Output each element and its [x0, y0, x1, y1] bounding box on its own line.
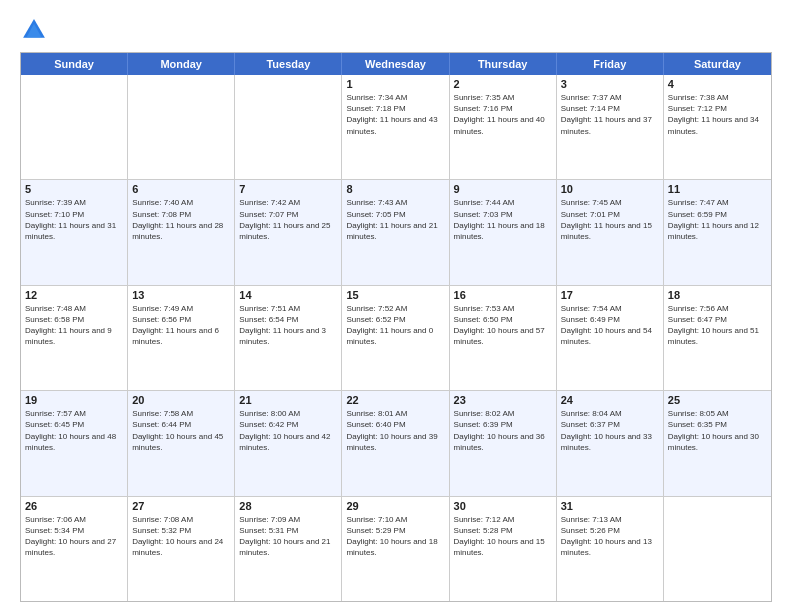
cell-info: Sunrise: 8:02 AM Sunset: 6:39 PM Dayligh… — [454, 408, 552, 453]
cell-info: Sunrise: 7:56 AM Sunset: 6:47 PM Dayligh… — [668, 303, 767, 348]
day-cell-29: 29Sunrise: 7:10 AM Sunset: 5:29 PM Dayli… — [342, 497, 449, 601]
day-cell-2: 2Sunrise: 7:35 AM Sunset: 7:16 PM Daylig… — [450, 75, 557, 179]
day-cell-3: 3Sunrise: 7:37 AM Sunset: 7:14 PM Daylig… — [557, 75, 664, 179]
cell-info: Sunrise: 7:13 AM Sunset: 5:26 PM Dayligh… — [561, 514, 659, 559]
cell-info: Sunrise: 7:57 AM Sunset: 6:45 PM Dayligh… — [25, 408, 123, 453]
logo-icon — [20, 16, 48, 44]
cell-info: Sunrise: 8:04 AM Sunset: 6:37 PM Dayligh… — [561, 408, 659, 453]
day-number: 1 — [346, 78, 444, 90]
day-number: 19 — [25, 394, 123, 406]
day-cell-12: 12Sunrise: 7:48 AM Sunset: 6:58 PM Dayli… — [21, 286, 128, 390]
cell-info: Sunrise: 7:37 AM Sunset: 7:14 PM Dayligh… — [561, 92, 659, 137]
day-number: 15 — [346, 289, 444, 301]
cell-info: Sunrise: 7:48 AM Sunset: 6:58 PM Dayligh… — [25, 303, 123, 348]
day-cell-22: 22Sunrise: 8:01 AM Sunset: 6:40 PM Dayli… — [342, 391, 449, 495]
empty-cell — [21, 75, 128, 179]
cell-info: Sunrise: 7:43 AM Sunset: 7:05 PM Dayligh… — [346, 197, 444, 242]
day-cell-21: 21Sunrise: 8:00 AM Sunset: 6:42 PM Dayli… — [235, 391, 342, 495]
day-cell-25: 25Sunrise: 8:05 AM Sunset: 6:35 PM Dayli… — [664, 391, 771, 495]
day-cell-15: 15Sunrise: 7:52 AM Sunset: 6:52 PM Dayli… — [342, 286, 449, 390]
day-cell-6: 6Sunrise: 7:40 AM Sunset: 7:08 PM Daylig… — [128, 180, 235, 284]
cell-info: Sunrise: 7:47 AM Sunset: 6:59 PM Dayligh… — [668, 197, 767, 242]
cell-info: Sunrise: 8:00 AM Sunset: 6:42 PM Dayligh… — [239, 408, 337, 453]
cell-info: Sunrise: 7:45 AM Sunset: 7:01 PM Dayligh… — [561, 197, 659, 242]
day-number: 22 — [346, 394, 444, 406]
day-number: 28 — [239, 500, 337, 512]
day-cell-10: 10Sunrise: 7:45 AM Sunset: 7:01 PM Dayli… — [557, 180, 664, 284]
day-number: 7 — [239, 183, 337, 195]
cell-info: Sunrise: 8:01 AM Sunset: 6:40 PM Dayligh… — [346, 408, 444, 453]
cell-info: Sunrise: 7:39 AM Sunset: 7:10 PM Dayligh… — [25, 197, 123, 242]
day-cell-31: 31Sunrise: 7:13 AM Sunset: 5:26 PM Dayli… — [557, 497, 664, 601]
day-cell-18: 18Sunrise: 7:56 AM Sunset: 6:47 PM Dayli… — [664, 286, 771, 390]
cell-info: Sunrise: 7:40 AM Sunset: 7:08 PM Dayligh… — [132, 197, 230, 242]
day-cell-26: 26Sunrise: 7:06 AM Sunset: 5:34 PM Dayli… — [21, 497, 128, 601]
day-number: 13 — [132, 289, 230, 301]
header-day-tuesday: Tuesday — [235, 53, 342, 75]
day-number: 5 — [25, 183, 123, 195]
cell-info: Sunrise: 7:51 AM Sunset: 6:54 PM Dayligh… — [239, 303, 337, 348]
cell-info: Sunrise: 8:05 AM Sunset: 6:35 PM Dayligh… — [668, 408, 767, 453]
header-day-friday: Friday — [557, 53, 664, 75]
cell-info: Sunrise: 7:10 AM Sunset: 5:29 PM Dayligh… — [346, 514, 444, 559]
cell-info: Sunrise: 7:52 AM Sunset: 6:52 PM Dayligh… — [346, 303, 444, 348]
day-cell-13: 13Sunrise: 7:49 AM Sunset: 6:56 PM Dayli… — [128, 286, 235, 390]
logo — [20, 16, 52, 44]
empty-cell — [664, 497, 771, 601]
day-cell-1: 1Sunrise: 7:34 AM Sunset: 7:18 PM Daylig… — [342, 75, 449, 179]
day-cell-27: 27Sunrise: 7:08 AM Sunset: 5:32 PM Dayli… — [128, 497, 235, 601]
empty-cell — [128, 75, 235, 179]
empty-cell — [235, 75, 342, 179]
day-cell-5: 5Sunrise: 7:39 AM Sunset: 7:10 PM Daylig… — [21, 180, 128, 284]
day-number: 12 — [25, 289, 123, 301]
day-cell-24: 24Sunrise: 8:04 AM Sunset: 6:37 PM Dayli… — [557, 391, 664, 495]
header-day-thursday: Thursday — [450, 53, 557, 75]
calendar: SundayMondayTuesdayWednesdayThursdayFrid… — [20, 52, 772, 602]
day-cell-28: 28Sunrise: 7:09 AM Sunset: 5:31 PM Dayli… — [235, 497, 342, 601]
calendar-row-4: 19Sunrise: 7:57 AM Sunset: 6:45 PM Dayli… — [21, 390, 771, 495]
calendar-row-3: 12Sunrise: 7:48 AM Sunset: 6:58 PM Dayli… — [21, 285, 771, 390]
cell-info: Sunrise: 7:09 AM Sunset: 5:31 PM Dayligh… — [239, 514, 337, 559]
cell-info: Sunrise: 7:08 AM Sunset: 5:32 PM Dayligh… — [132, 514, 230, 559]
calendar-row-5: 26Sunrise: 7:06 AM Sunset: 5:34 PM Dayli… — [21, 496, 771, 601]
day-number: 31 — [561, 500, 659, 512]
day-number: 6 — [132, 183, 230, 195]
day-number: 25 — [668, 394, 767, 406]
day-number: 11 — [668, 183, 767, 195]
day-number: 9 — [454, 183, 552, 195]
cell-info: Sunrise: 7:12 AM Sunset: 5:28 PM Dayligh… — [454, 514, 552, 559]
day-number: 3 — [561, 78, 659, 90]
calendar-body: 1Sunrise: 7:34 AM Sunset: 7:18 PM Daylig… — [21, 75, 771, 601]
calendar-header: SundayMondayTuesdayWednesdayThursdayFrid… — [21, 53, 771, 75]
day-cell-7: 7Sunrise: 7:42 AM Sunset: 7:07 PM Daylig… — [235, 180, 342, 284]
header-day-wednesday: Wednesday — [342, 53, 449, 75]
day-number: 26 — [25, 500, 123, 512]
day-number: 16 — [454, 289, 552, 301]
day-number: 14 — [239, 289, 337, 301]
day-number: 18 — [668, 289, 767, 301]
day-cell-20: 20Sunrise: 7:58 AM Sunset: 6:44 PM Dayli… — [128, 391, 235, 495]
cell-info: Sunrise: 7:49 AM Sunset: 6:56 PM Dayligh… — [132, 303, 230, 348]
calendar-row-2: 5Sunrise: 7:39 AM Sunset: 7:10 PM Daylig… — [21, 179, 771, 284]
day-number: 10 — [561, 183, 659, 195]
day-cell-16: 16Sunrise: 7:53 AM Sunset: 6:50 PM Dayli… — [450, 286, 557, 390]
day-cell-30: 30Sunrise: 7:12 AM Sunset: 5:28 PM Dayli… — [450, 497, 557, 601]
page: SundayMondayTuesdayWednesdayThursdayFrid… — [0, 0, 792, 612]
day-cell-11: 11Sunrise: 7:47 AM Sunset: 6:59 PM Dayli… — [664, 180, 771, 284]
day-cell-14: 14Sunrise: 7:51 AM Sunset: 6:54 PM Dayli… — [235, 286, 342, 390]
day-number: 4 — [668, 78, 767, 90]
day-number: 29 — [346, 500, 444, 512]
cell-info: Sunrise: 7:06 AM Sunset: 5:34 PM Dayligh… — [25, 514, 123, 559]
day-number: 24 — [561, 394, 659, 406]
day-number: 8 — [346, 183, 444, 195]
cell-info: Sunrise: 7:54 AM Sunset: 6:49 PM Dayligh… — [561, 303, 659, 348]
day-cell-19: 19Sunrise: 7:57 AM Sunset: 6:45 PM Dayli… — [21, 391, 128, 495]
day-number: 23 — [454, 394, 552, 406]
header-day-monday: Monday — [128, 53, 235, 75]
day-cell-17: 17Sunrise: 7:54 AM Sunset: 6:49 PM Dayli… — [557, 286, 664, 390]
header — [20, 16, 772, 44]
header-day-saturday: Saturday — [664, 53, 771, 75]
day-number: 27 — [132, 500, 230, 512]
calendar-row-1: 1Sunrise: 7:34 AM Sunset: 7:18 PM Daylig… — [21, 75, 771, 179]
day-cell-9: 9Sunrise: 7:44 AM Sunset: 7:03 PM Daylig… — [450, 180, 557, 284]
